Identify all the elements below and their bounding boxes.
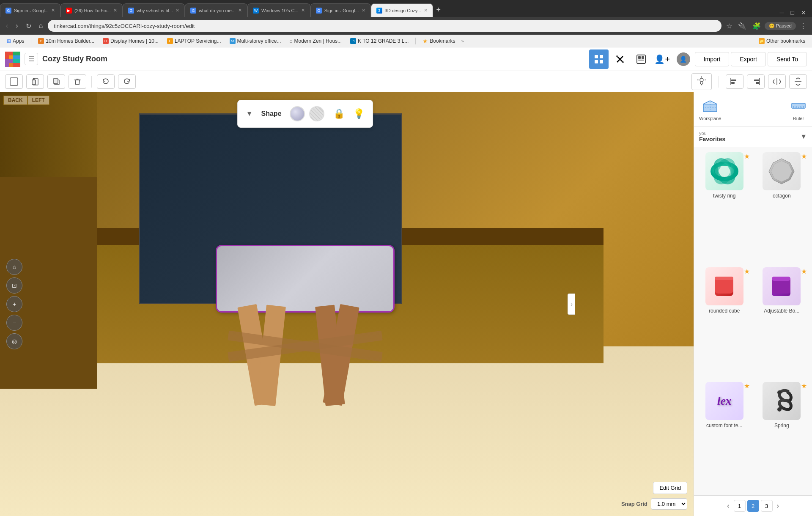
tab-2[interactable]: ▶ (26) How To Fix... ✕ (60, 3, 123, 17)
bookmark-1[interactable]: H 10m Homes Builder... (35, 37, 98, 45)
new-shape-button[interactable] (5, 74, 23, 89)
tab-7-close[interactable]: ✕ (424, 8, 428, 13)
tab-1[interactable]: G Sign in - Googl... ✕ (0, 3, 60, 17)
back-button[interactable]: ‹ (3, 21, 11, 30)
minimize-button[interactable]: ─ (777, 8, 787, 17)
bookmark-4[interactable]: M Multi-storey office... (226, 37, 285, 45)
menu-toggle-button[interactable]: ☰ (25, 53, 38, 65)
add-user-button[interactable]: 👤+ (653, 49, 672, 69)
import-button[interactable]: Import (695, 52, 730, 66)
user-avatar[interactable]: 👤 (674, 49, 693, 69)
star-badge-custom-font[interactable]: ★ (744, 382, 750, 390)
home-view-button[interactable]: ⌂ (6, 259, 22, 275)
undo-button[interactable] (97, 74, 115, 89)
tab-5[interactable]: W Windows 10's C... ✕ (247, 3, 310, 17)
shape-dropdown-icon[interactable]: ▼ (246, 110, 253, 118)
new-tab-button[interactable]: + (433, 5, 444, 14)
shape-card-spring[interactable]: ★ (757, 382, 807, 490)
logo-cell-10 (9, 59, 13, 63)
restore-button[interactable]: □ (788, 8, 797, 17)
shape-card-octagon[interactable]: ★ (757, 152, 807, 261)
bookmark-5[interactable]: ⌂ Modern Zen | Hous... (286, 37, 345, 45)
perspective-button[interactable]: ◎ (6, 333, 22, 349)
panel-light-icon[interactable]: 💡 (353, 108, 365, 119)
bookmark-3[interactable]: L LAPTOP Servicing... (164, 37, 225, 45)
export-button[interactable]: Export (731, 52, 765, 66)
forward-button[interactable]: › (13, 21, 20, 30)
close-button[interactable]: ✕ (798, 8, 809, 17)
other-bookmarks[interactable]: 📁 Other bookmarks (755, 37, 809, 45)
paste-button[interactable] (26, 74, 44, 89)
tab-1-close[interactable]: ✕ (51, 8, 55, 13)
shape-card-adjustable-box[interactable]: ★ (757, 267, 807, 376)
pagination-next-button[interactable]: › (774, 502, 782, 510)
viewport[interactable]: BACK LEFT ▼ (0, 92, 694, 516)
tab-5-close[interactable]: ✕ (301, 8, 305, 13)
extension-btn-1[interactable]: 🔌 (736, 21, 749, 31)
paused-button[interactable]: 😊 Paused (765, 22, 796, 30)
lock-icon[interactable]: 🔒 (333, 108, 345, 119)
favorites-dropdown-icon[interactable]: ▼ (800, 133, 807, 140)
sim-button[interactable] (631, 49, 651, 69)
menu-button[interactable]: ⋮ (798, 21, 809, 31)
tab-4-close[interactable]: ✕ (238, 8, 242, 13)
bookmark-6[interactable]: in K TO 12 GRADE 3 L... (347, 37, 412, 45)
mirror-x-button[interactable] (768, 74, 786, 89)
bookmark-bookmarks[interactable]: ★ Bookmarks (419, 37, 458, 45)
reload-button[interactable]: ↻ (23, 21, 34, 31)
undo-icon (102, 77, 110, 86)
rounded-cube-name: rounded cube (709, 308, 740, 314)
light-toggle-button[interactable] (691, 73, 712, 90)
zoom-out-button[interactable]: − (6, 315, 22, 331)
home-button[interactable]: ⌂ (36, 21, 46, 30)
logo-cell-13 (5, 63, 9, 67)
mirror-y-button[interactable] (789, 74, 807, 89)
light-icon (697, 76, 706, 85)
bookmark-star-button[interactable]: ☆ (724, 21, 734, 31)
tab-6[interactable]: G Sign in - Googl... ✕ (310, 3, 371, 17)
delete-button[interactable] (69, 74, 86, 89)
zoom-in-button[interactable]: + (6, 296, 22, 312)
pagination-prev-button[interactable]: ‹ (724, 502, 732, 510)
tab-3-close[interactable]: ✕ (176, 8, 179, 13)
duplicate-button[interactable] (47, 74, 65, 89)
star-badge-adjustable-box[interactable]: ★ (801, 267, 807, 275)
bookmark-2[interactable]: D Display Homes | 10... (99, 37, 162, 45)
build-view-button[interactable] (610, 49, 630, 69)
star-badge-octagon[interactable]: ★ (801, 152, 807, 160)
tab-6-close[interactable]: ✕ (362, 8, 365, 13)
workplane-button[interactable]: Workplane (699, 97, 721, 121)
extension-btn-2[interactable]: 🧩 (750, 21, 763, 31)
shape-card-twisty-ring[interactable]: ★ (699, 152, 750, 261)
shape-card-custom-font[interactable]: ★ lex custom font te... (699, 382, 750, 490)
address-input[interactable] (48, 20, 721, 32)
hole-shape-option[interactable] (310, 106, 325, 121)
shape-panel-title: Shape (261, 110, 282, 118)
solid-shape-option[interactable] (290, 106, 305, 121)
pagination-page-3[interactable]: 3 (761, 500, 773, 512)
align-right-button[interactable] (747, 74, 765, 89)
fit-view-button[interactable]: ⊡ (6, 277, 22, 294)
spring-image (763, 382, 801, 420)
star-badge-spring[interactable]: ★ (801, 382, 807, 390)
ruler-button[interactable]: Ruler (790, 97, 807, 121)
tab-3[interactable]: G why svhost is bl... ✕ (123, 3, 185, 17)
tab-7[interactable]: 3 3D design Cozy... ✕ (371, 3, 433, 17)
pagination-page-1[interactable]: 1 (734, 500, 746, 512)
pagination-page-2[interactable]: 2 (747, 500, 759, 512)
bookmark-apps[interactable]: ⊞ Apps (3, 37, 27, 45)
shape-card-rounded-cube[interactable]: ★ (699, 267, 750, 376)
redo-button[interactable] (118, 74, 136, 89)
tinkercad-logo (5, 52, 20, 67)
tab-2-close[interactable]: ✕ (113, 8, 117, 13)
edit-grid-button[interactable]: Edit Grid (653, 482, 687, 494)
star-badge-twisty-ring[interactable]: ★ (744, 152, 750, 160)
bookmark-6-icon: in (350, 38, 356, 44)
panel-collapse-handle[interactable]: › (568, 294, 575, 315)
align-left-button[interactable] (726, 74, 743, 89)
grid-view-button[interactable] (589, 49, 609, 69)
send-to-button[interactable]: Send To (768, 52, 807, 66)
tab-4[interactable]: G what do you me... ✕ (185, 3, 247, 17)
snap-grid-select[interactable]: 1.0 mm 0.5 mm 2.0 mm (651, 498, 687, 510)
star-badge-rounded-cube[interactable]: ★ (744, 267, 750, 275)
